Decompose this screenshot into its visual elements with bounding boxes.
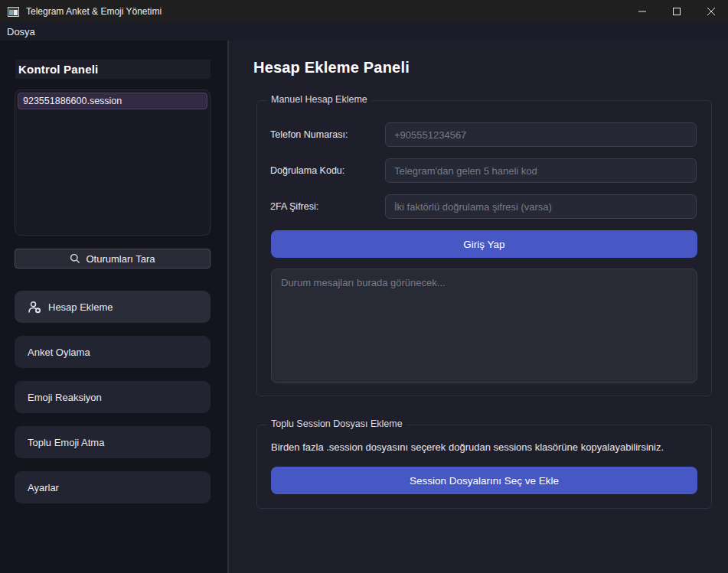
page-title: Hesap Ekleme Paneli bbox=[253, 59, 410, 77]
maximize-button[interactable] bbox=[659, 0, 694, 23]
code-label: Doğrulama Kodu: bbox=[270, 158, 344, 183]
sidebar-header: Kontrol Paneli bbox=[15, 60, 211, 79]
sidebar-item-label: Toplu Emoji Atma bbox=[28, 437, 104, 448]
select-session-files-label: Session Dosyalarını Seç ve Ekle bbox=[410, 475, 559, 487]
minimize-icon bbox=[638, 8, 646, 15]
main-panel: Hesap Ekleme Paneli Manuel Hesap Ekleme … bbox=[229, 41, 728, 573]
search-icon bbox=[70, 253, 80, 264]
sidebar: Kontrol Paneli 923551886600.session Otur… bbox=[0, 41, 229, 573]
login-button[interactable]: Giriş Yap bbox=[271, 230, 697, 258]
session-list-item[interactable]: 923551886600.session bbox=[18, 93, 207, 109]
twofa-row: 2FA Şifresi: bbox=[257, 194, 711, 219]
window-controls bbox=[625, 0, 728, 23]
twofa-password-input[interactable] bbox=[385, 194, 697, 219]
select-session-files-button[interactable]: Session Dosyalarını Seç ve Ekle bbox=[271, 467, 697, 494]
menu-bar: Dosya bbox=[0, 23, 728, 41]
app-icon bbox=[8, 7, 19, 17]
window-title: Telegram Anket & Emoji Yönetimi bbox=[26, 6, 162, 17]
sidebar-item-hesap-ekleme[interactable]: Hesap Ekleme bbox=[15, 291, 211, 323]
manual-account-group: Manuel Hesap Ekleme Telefon Numarası: Do… bbox=[256, 100, 712, 396]
maximize-icon bbox=[673, 8, 681, 15]
bulk-info-text: Birden fazla .session dosyasını seçerek … bbox=[271, 441, 664, 453]
scan-sessions-label: Oturumları Tara bbox=[86, 253, 155, 265]
phone-label: Telefon Numarası: bbox=[270, 122, 348, 147]
sidebar-item-toplu-emoji-atma[interactable]: Toplu Emoji Atma bbox=[15, 426, 211, 458]
manual-group-legend: Manuel Hesap Ekleme bbox=[267, 94, 371, 105]
sidebar-item-label: Ayarlar bbox=[28, 482, 59, 493]
verification-code-input[interactable] bbox=[385, 158, 697, 183]
sidebar-item-label: Hesap Ekleme bbox=[48, 301, 113, 313]
code-row: Doğrulama Kodu: bbox=[257, 158, 711, 183]
sidebar-item-label: Anket Oylama bbox=[28, 347, 90, 358]
title-bar: Telegram Anket & Emoji Yönetimi bbox=[0, 0, 728, 23]
bulk-session-group: Toplu Session Dosyası Ekleme Birden fazl… bbox=[256, 425, 712, 509]
menu-item-dosya[interactable]: Dosya bbox=[0, 23, 42, 41]
scan-sessions-button[interactable]: Oturumları Tara bbox=[15, 249, 211, 269]
twofa-label: 2FA Şifresi: bbox=[270, 194, 318, 219]
sidebar-item-emoji-reaksiyon[interactable]: Emoji Reaksiyon bbox=[15, 381, 211, 413]
close-button[interactable] bbox=[694, 0, 728, 23]
sidebar-item-label: Emoji Reaksiyon bbox=[28, 392, 102, 403]
sidebar-item-ayarlar[interactable]: Ayarlar bbox=[15, 471, 211, 503]
login-button-label: Giriş Yap bbox=[463, 239, 504, 250]
status-messages-area[interactable] bbox=[271, 269, 697, 383]
bulk-group-legend: Toplu Session Dosyası Ekleme bbox=[267, 418, 406, 429]
session-list[interactable]: 923551886600.session bbox=[15, 90, 211, 236]
phone-input[interactable] bbox=[385, 122, 697, 147]
minimize-button[interactable] bbox=[625, 0, 659, 23]
phone-row: Telefon Numarası: bbox=[257, 122, 711, 147]
person-add-icon bbox=[28, 301, 42, 314]
sidebar-item-anket-oylama[interactable]: Anket Oylama bbox=[15, 336, 211, 368]
close-icon bbox=[707, 8, 715, 15]
